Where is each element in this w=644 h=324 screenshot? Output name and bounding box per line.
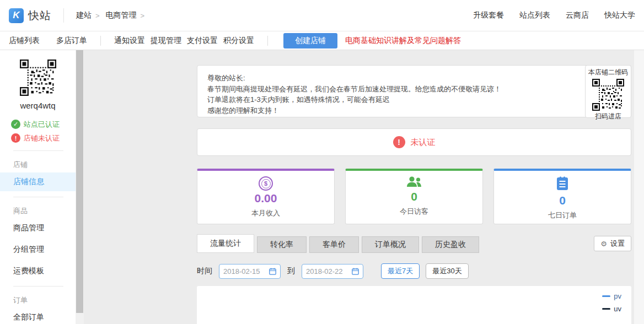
sidebar: werq4wtq ✓ 站点已认证 ! 店铺未认证 店铺 店铺信息 商品 商品管理… [0,50,76,324]
stat-cards-row: $ 0.00 本月收入 0 今日访客 [197,169,631,224]
tab-conversion-rate[interactable]: 转化率 [257,236,307,253]
topnav-link-university[interactable]: 快站大学 [604,10,635,20]
week-orders-value: 0 [494,194,631,207]
shop-unverified-badge: ! 店铺未认证 [11,131,76,145]
subnav-divider [100,36,101,46]
create-shop-button[interactable]: 创建店铺 [283,33,337,48]
topnav-link-upgrade[interactable]: 升级套餐 [473,10,504,20]
tab-avg-order-value[interactable]: 客单价 [309,236,359,253]
sidebar-item-product-management[interactable]: 商品管理 [0,219,76,237]
last-7-days-button[interactable]: 最近7天 [381,263,420,279]
tab-history-revenue[interactable]: 历史盈收 [422,236,479,253]
tab-traffic-stats[interactable]: 流量统计 [197,234,254,253]
topnav-link-site-list[interactable]: 站点列表 [519,10,550,20]
breadcrumb-ecommerce[interactable]: 电商管理 [106,10,137,20]
settings-button[interactable]: ⚙ 设置 [594,236,631,251]
breadcrumb-jianzhan[interactable]: 建站 [76,10,92,20]
sidebar-section-shop: 店铺 [0,151,76,170]
topnav-link-cloud-store[interactable]: 云商店 [566,10,589,20]
shop-unverified-label: 店铺未认证 [24,133,60,143]
site-verified-label: 站点已认证 [24,120,60,129]
notice-line: 尊敬的站长: [207,73,621,84]
chart-legend: pv uv [602,292,621,317]
start-date-field[interactable] [219,264,281,279]
exclamation-icon: ! [393,136,405,148]
chevron-right-icon: > [95,12,100,20]
tab-order-overview[interactable]: 订单概况 [362,236,419,253]
check-icon: ✓ [11,120,20,129]
time-label: 时间 [197,266,212,276]
subnav-divider [267,36,268,46]
subnav-withdraw-management[interactable]: 提现管理 [151,36,181,46]
notice-line: 春节期间电商提现处理会有延迟，我们会在春节后加速处理提现。给您造成的不便敬请见谅… [207,84,621,95]
sidebar-item-group-management[interactable]: 分组管理 [0,240,76,259]
chevron-right-icon: > [141,12,145,20]
top-navbar: K 快站 建站 > 电商管理 > 升级套餐 站点列表 云商店 快站大学 [0,0,644,31]
pv-line-icon [602,295,610,297]
analytics-tab-bar: 流量统计 转化率 客单价 订单概况 历史盈收 ⚙ 设置 [197,234,631,253]
calendar-icon[interactable] [269,268,276,275]
legend-item-pv[interactable]: pv [602,292,621,300]
start-date-input[interactable] [223,267,266,276]
last-30-days-button[interactable]: 最近30天 [426,263,468,279]
site-verified-badge: ✓ 站点已认证 [11,117,76,131]
shop-qr-caption: 扫码进店 [586,111,631,122]
unverified-label: 未认证 [411,137,436,148]
stat-card-week-orders: 0 七日订单 [493,169,631,224]
to-label: 到 [287,266,295,276]
kuaizhan-logo-text: 快站 [28,8,51,23]
end-date-field[interactable] [302,264,363,279]
sub-navbar: 店铺列表 多店订单 通知设置 提现管理 支付设置 积分设置 创建店铺 电商基础知… [0,32,644,50]
sidebar-scrollbar-thumb[interactable] [76,50,83,313]
subnav-payment-settings[interactable]: 支付设置 [187,36,218,46]
unverified-banner[interactable]: ! 未认证 [197,128,631,156]
kuaizhan-logo-icon: K [9,8,24,23]
site-id: werq4wtq [0,101,76,110]
notice-line: 感谢您的理解和支持！ [207,105,621,116]
topnav-links: 升级套餐 站点列表 云商店 快站大学 [473,10,635,20]
legend-pv-label: pv [614,292,621,300]
orders-icon [556,176,568,191]
sidebar-item-shipping-template[interactable]: 运费模板 [0,262,76,280]
sidebar-section-products: 商品 [0,197,76,216]
stat-card-today-visitors: 0 今日访客 [345,169,483,224]
breadcrumb: 建站 > 电商管理 > [76,10,151,20]
legend-uv-label: uv [614,305,621,313]
main-content: 尊敬的站长: 春节期间电商提现处理会有延迟，我们会在春节后加速处理提现。给您造成… [84,50,634,324]
monthly-income-label: 本月收入 [197,208,334,218]
site-qr-code [20,60,56,96]
stat-card-monthly-income: $ 0.00 本月收入 [197,169,335,224]
gear-icon: ⚙ [600,240,607,248]
shop-qr-code [592,79,624,111]
nav-divider [63,8,64,23]
sidebar-item-shop-info[interactable]: 店铺信息 [0,172,76,191]
ecommerce-help-link[interactable]: 电商基础知识讲解及常见问题解答 [345,36,461,46]
exclamation-icon: ! [11,133,20,143]
shop-qr-title: 本店铺二维码 [586,67,631,78]
settings-button-label: 设置 [610,239,625,249]
sidebar-scrollbar-track[interactable] [76,50,84,324]
traffic-chart: pv uv [197,286,631,324]
today-visitors-value: 0 [346,190,482,203]
monthly-income-value: 0.00 [197,192,334,205]
subnav-multi-store-orders[interactable]: 多店订单 [56,36,87,46]
today-visitors-label: 今日访客 [346,207,482,217]
kuaizhan-logo[interactable]: K 快站 [9,8,51,23]
end-date-input[interactable] [306,267,349,276]
page-right-gutter [634,50,644,324]
sidebar-item-all-orders[interactable]: 全部订单 [0,308,76,324]
date-filter-row: 时间 到 最近7天 [197,263,631,279]
calendar-icon[interactable] [352,268,359,275]
visitors-icon [406,176,422,187]
notice-line: 订单退款将在1-3天内到账，如遇特殊情况，可能会有延迟 [207,94,621,105]
sidebar-section-orders: 订单 [0,287,76,305]
subnav-shop-list[interactable]: 店铺列表 [9,36,40,46]
notice-card: 尊敬的站长: 春节期间电商提现处理会有延迟，我们会在春节后加速处理提现。给您造成… [197,65,631,117]
uv-line-icon [602,308,610,310]
subnav-notification-settings[interactable]: 通知设置 [114,36,145,46]
legend-item-uv[interactable]: uv [602,305,621,313]
subnav-points-settings[interactable]: 积分设置 [223,36,254,46]
coin-icon: $ [259,176,273,191]
week-orders-label: 七日订单 [494,210,631,220]
shop-qr-panel: 本店铺二维码 扫码进店 [585,65,631,118]
